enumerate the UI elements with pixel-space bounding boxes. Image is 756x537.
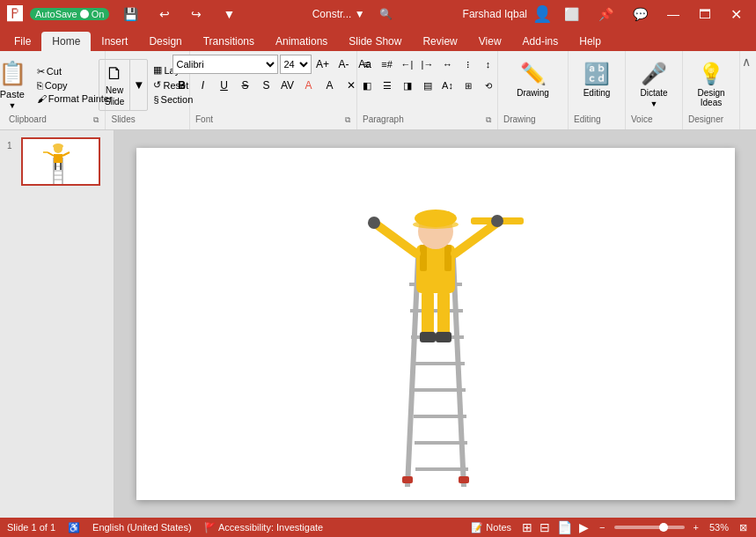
drawing-group: ✏️ Drawing Drawing (498, 51, 569, 129)
notes-button[interactable]: 📝 Notes (469, 522, 513, 533)
bullets-button[interactable]: ≡ (357, 55, 377, 74)
decrease-font-button[interactable]: A- (334, 55, 354, 74)
editing-group: 🔡 Editing Editing (569, 51, 626, 129)
increase-font-button[interactable]: A+ (313, 55, 333, 74)
numbering-button[interactable]: ≡# (378, 55, 397, 74)
svg-point-9 (53, 143, 63, 149)
align-center-button[interactable]: ☰ (378, 76, 397, 95)
customize-qat-button[interactable]: ▼ (216, 5, 242, 23)
paragraph-expand-button[interactable]: ⧉ (485, 115, 492, 125)
ribbon-collapse-button[interactable]: ∧ (740, 53, 752, 70)
paste-button[interactable]: 📋 Paste ▼ (0, 56, 32, 114)
minimize-button[interactable]: — (660, 5, 686, 23)
highlight-color-button[interactable]: A (320, 76, 340, 95)
zoom-level-button[interactable]: 53% (708, 522, 730, 533)
tab-file[interactable]: File (4, 32, 41, 51)
bold-button[interactable]: B (172, 76, 192, 95)
smartart-button[interactable]: ⊞ (459, 76, 478, 95)
tab-transitions[interactable]: Transitions (193, 32, 265, 51)
user-name: Farshad Iqbal (463, 8, 527, 20)
editing-button[interactable]: 🔡 Editing (577, 58, 616, 101)
tab-animations[interactable]: Animations (265, 32, 338, 51)
line-spacing-button[interactable]: ↕ (479, 55, 498, 74)
tab-home[interactable]: Home (41, 32, 91, 51)
new-slide-dropdown-button[interactable]: ▼ (129, 60, 147, 110)
new-slide-area: 🗋 New Slide ▼ (99, 59, 148, 111)
columns-button[interactable]: ⫶ (459, 55, 478, 74)
clipboard-expand-button[interactable]: ⧉ (92, 115, 99, 125)
font-name-select[interactable]: Calibri (172, 55, 278, 74)
tab-review[interactable]: Review (412, 32, 467, 51)
design-ideas-button[interactable]: 💡 DesignIdeas (692, 58, 730, 111)
rtl-button[interactable]: ↔ (438, 55, 458, 74)
char-spacing-button[interactable]: AV (278, 76, 297, 95)
drawing-icon: ✏️ (520, 62, 547, 86)
font-label-row: Font ⧉ (195, 114, 351, 126)
zoom-slider[interactable] (614, 526, 685, 529)
maximize-button[interactable]: 🗖 (692, 5, 718, 23)
slide-sorter-button[interactable]: ⊟ (538, 520, 552, 534)
redo-button[interactable]: ↪ (184, 5, 209, 23)
strikethrough-button[interactable]: S (236, 76, 255, 95)
dropdown-icon[interactable]: ▼ (355, 8, 365, 20)
shadow-button[interactable]: S (257, 76, 276, 95)
slide-content[interactable] (136, 148, 735, 500)
svg-rect-42 (436, 332, 451, 342)
justify-button[interactable]: ▤ (418, 76, 437, 95)
format-painter-icon: 🖌 (37, 93, 47, 104)
tab-design[interactable]: Design (138, 32, 192, 51)
accessibility-icon-button[interactable]: ♿ (66, 522, 82, 533)
text-direction-button[interactable]: A↕ (438, 76, 458, 95)
language-label: English (United States) (92, 522, 192, 533)
normal-view-button[interactable]: ⊞ (520, 520, 534, 534)
user-avatar: 👤 (532, 4, 552, 24)
comments-button[interactable]: 💬 (626, 5, 655, 23)
slideshow-view-button[interactable]: ▶ (577, 520, 591, 534)
accessibility-button[interactable]: 🚩 Accessibility: Investigate (202, 522, 326, 533)
svg-rect-40 (437, 291, 450, 335)
align-right-button[interactable]: ◨ (398, 76, 417, 95)
italic-button[interactable]: I (194, 76, 213, 95)
font-size-select[interactable]: 24 (280, 55, 312, 74)
tab-slideshow[interactable]: Slide Show (338, 32, 412, 51)
new-slide-button[interactable]: 🗋 New Slide (99, 60, 129, 110)
font-expand-button[interactable]: ⧉ (344, 115, 351, 125)
new-slide-icon: 🗋 (106, 63, 123, 84)
tab-help[interactable]: Help (569, 32, 612, 51)
thumbnail-worker-svg (43, 140, 78, 184)
paragraph-label-row: Paragraph ⧉ (363, 114, 492, 126)
zoom-in-button[interactable]: + (692, 522, 701, 533)
para-row2: ◧ ☰ ◨ ▤ A↕ ⊞ ⟲ (357, 76, 498, 95)
share-button[interactable]: 📌 (591, 5, 620, 23)
dictate-button[interactable]: 🎤 Dictate ▼ (635, 58, 673, 112)
undo-button[interactable]: ↩ (152, 5, 177, 23)
reading-view-button[interactable]: 📄 (555, 520, 574, 534)
ribbon-display-button[interactable]: ⬜ (557, 5, 586, 23)
close-button[interactable]: ✕ (723, 4, 749, 25)
indent-more-button[interactable]: |→ (418, 55, 437, 74)
slide-thumbnail[interactable] (21, 137, 100, 186)
svg-rect-25 (402, 476, 413, 483)
zoom-out-button[interactable]: − (598, 522, 606, 533)
autosave-toggle[interactable]: AutoSave On (30, 8, 109, 20)
fit-slide-button[interactable]: ⊠ (738, 522, 749, 533)
tab-insert[interactable]: Insert (91, 32, 138, 51)
slide-canvas[interactable] (114, 130, 756, 518)
tab-view[interactable]: View (468, 32, 512, 51)
zoom-level-label: 53% (709, 522, 729, 533)
dictate-dropdown-icon[interactable]: ▼ (650, 99, 658, 108)
indent-less-button[interactable]: ←| (398, 55, 417, 74)
tab-addins[interactable]: Add-ins (512, 32, 569, 51)
design-ideas-label: DesignIdeas (697, 88, 724, 107)
drawing-button[interactable]: ✏️ Drawing (511, 58, 554, 101)
font-color-button[interactable]: A (299, 76, 319, 95)
paste-dropdown-icon[interactable]: ▼ (8, 101, 16, 110)
paste-label: Paste (0, 89, 25, 99)
dictate-label: Dictate (640, 88, 667, 98)
underline-button[interactable]: U (215, 76, 234, 95)
search-icon: 🔍 (379, 8, 393, 20)
convert-to-smartart-button[interactable]: ⟲ (479, 76, 498, 95)
save-button[interactable]: 💾 (116, 5, 145, 23)
slide-panel[interactable]: 1 (0, 130, 114, 518)
align-left-button[interactable]: ◧ (357, 76, 377, 95)
